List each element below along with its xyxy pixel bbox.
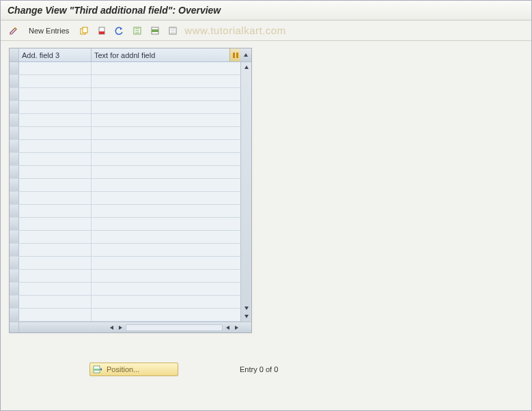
- cell-text-addnl[interactable]: [92, 179, 240, 191]
- scroll-right-end-icon[interactable]: [232, 324, 240, 332]
- cell-add-field-3[interactable]: [19, 270, 92, 282]
- cell-text-addnl[interactable]: [92, 231, 240, 243]
- cell-add-field-3[interactable]: [19, 283, 92, 295]
- cell-text-addnl[interactable]: [92, 244, 240, 256]
- position-button[interactable]: Position...: [89, 363, 178, 376]
- cell-text-addnl[interactable]: [92, 309, 240, 321]
- footer-bar: Position... Entry 0 of 0: [1, 363, 531, 376]
- cell-add-field-3[interactable]: [19, 192, 92, 204]
- cell-text-addnl[interactable]: [92, 166, 240, 178]
- undo-icon[interactable]: [112, 24, 127, 38]
- column-header-add-field-3[interactable]: Add. field 3: [19, 48, 92, 61]
- cell-text-addnl[interactable]: [92, 140, 240, 152]
- scroll-left-start-icon[interactable]: [108, 324, 116, 332]
- row-selector[interactable]: [10, 296, 19, 308]
- row-selector[interactable]: [10, 192, 19, 204]
- cell-add-field-3[interactable]: [19, 231, 92, 243]
- table-row: [10, 166, 240, 179]
- cell-add-field-3[interactable]: [19, 244, 92, 256]
- row-selector[interactable]: [10, 257, 19, 269]
- row-selector[interactable]: [10, 179, 19, 191]
- table-row: [10, 192, 240, 205]
- row-selector[interactable]: [10, 127, 19, 139]
- row-selector[interactable]: [10, 101, 19, 113]
- cell-text-addnl[interactable]: [92, 153, 240, 165]
- cell-text-addnl[interactable]: [92, 205, 240, 217]
- cell-add-field-3[interactable]: [19, 166, 92, 178]
- row-selector[interactable]: [10, 114, 19, 126]
- cell-text-addnl[interactable]: [92, 218, 240, 230]
- table-row: [10, 114, 240, 127]
- row-selector[interactable]: [10, 270, 19, 282]
- cell-add-field-3[interactable]: [19, 179, 92, 191]
- cell-add-field-3[interactable]: [19, 101, 92, 113]
- delete-icon[interactable]: [94, 24, 109, 38]
- row-selector[interactable]: [10, 309, 19, 321]
- cell-text-addnl[interactable]: [92, 296, 240, 308]
- scroll-down-bottom-icon[interactable]: [242, 312, 251, 320]
- row-selector[interactable]: [10, 88, 19, 100]
- cell-add-field-3[interactable]: [19, 205, 92, 217]
- cell-add-field-3[interactable]: [19, 114, 92, 126]
- scroll-down-icon[interactable]: [242, 304, 251, 312]
- row-selector[interactable]: [10, 205, 19, 217]
- header-select-column[interactable]: [10, 48, 19, 61]
- row-selector[interactable]: [10, 231, 19, 243]
- content-area: Add. field 3 Text for addnl field: [1, 41, 531, 333]
- row-selector[interactable]: [10, 283, 19, 295]
- row-selector[interactable]: [10, 62, 19, 74]
- select-block-icon[interactable]: [148, 24, 163, 38]
- svg-rect-3: [99, 31, 104, 34]
- cell-add-field-3[interactable]: [19, 296, 92, 308]
- vertical-scrollbar[interactable]: [240, 62, 251, 322]
- cell-add-field-3[interactable]: [19, 127, 92, 139]
- scroll-left-icon[interactable]: [116, 324, 124, 332]
- cell-text-addnl[interactable]: [92, 270, 240, 282]
- toolbar: New Entries www.tutorialkart.com: [1, 20, 531, 41]
- cell-add-field-3[interactable]: [19, 218, 92, 230]
- cell-add-field-3[interactable]: [19, 88, 92, 100]
- scroll-up-top-icon[interactable]: [240, 48, 251, 61]
- scroll-up-icon[interactable]: [242, 63, 251, 72]
- row-selector[interactable]: [10, 75, 19, 87]
- table-row: [10, 75, 240, 88]
- grid-rows: [10, 62, 240, 322]
- deselect-all-icon[interactable]: [165, 24, 180, 38]
- row-selector[interactable]: [10, 140, 19, 152]
- watermark-text: www.tutorialkart.com: [184, 25, 285, 36]
- column-header-text-addnl[interactable]: Text for addnl field: [92, 48, 229, 61]
- cell-add-field-3[interactable]: [19, 153, 92, 165]
- row-selector[interactable]: [10, 244, 19, 256]
- page-title: Change View "Third additional field": Ov…: [1, 1, 531, 20]
- cell-text-addnl[interactable]: [92, 101, 240, 113]
- table-row: [10, 283, 240, 296]
- table-row: [10, 153, 240, 166]
- hscroll-track[interactable]: [126, 324, 223, 331]
- scroll-right-icon[interactable]: [224, 324, 232, 332]
- row-selector[interactable]: [10, 218, 19, 230]
- cell-text-addnl[interactable]: [92, 192, 240, 204]
- cell-add-field-3[interactable]: [19, 309, 92, 321]
- cell-text-addnl[interactable]: [92, 62, 240, 74]
- cell-text-addnl[interactable]: [92, 127, 240, 139]
- toggle-edit-icon[interactable]: [6, 24, 21, 38]
- new-entries-button[interactable]: New Entries: [24, 24, 74, 38]
- svg-rect-11: [94, 369, 100, 371]
- cell-add-field-3[interactable]: [19, 257, 92, 269]
- row-selector[interactable]: [10, 153, 19, 165]
- cell-add-field-3[interactable]: [19, 140, 92, 152]
- svg-rect-8: [233, 53, 235, 58]
- select-all-icon[interactable]: [130, 24, 145, 38]
- cell-text-addnl[interactable]: [92, 88, 240, 100]
- configure-columns-icon[interactable]: [229, 48, 240, 61]
- horizontal-scrollbar[interactable]: [10, 322, 251, 332]
- cell-text-addnl[interactable]: [92, 114, 240, 126]
- cell-add-field-3[interactable]: [19, 62, 92, 74]
- copy-icon[interactable]: [76, 24, 92, 38]
- table-row: [10, 244, 240, 257]
- cell-text-addnl[interactable]: [92, 257, 240, 269]
- cell-text-addnl[interactable]: [92, 75, 240, 87]
- row-selector[interactable]: [10, 166, 19, 178]
- cell-add-field-3[interactable]: [19, 75, 92, 87]
- cell-text-addnl[interactable]: [92, 283, 240, 295]
